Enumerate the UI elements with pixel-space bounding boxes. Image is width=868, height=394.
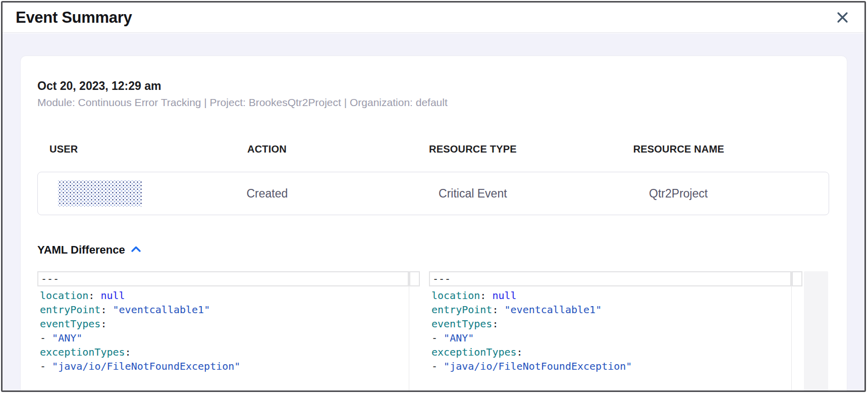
event-timestamp: Oct 20, 2023, 12:29 am: [37, 79, 829, 93]
table-header-row: USER ACTION RESOURCE TYPE RESOURCE NAME: [37, 143, 829, 155]
yaml-right-scrollbar[interactable]: [791, 271, 802, 392]
yaml-code-line: - "java/io/FileNotFoundException": [429, 359, 802, 373]
column-header-resource-type: RESOURCE TYPE: [362, 143, 583, 155]
yaml-left-scrollbar[interactable]: [409, 271, 420, 392]
yaml-code-line: exceptionTypes:: [429, 345, 802, 359]
close-button[interactable]: [834, 9, 851, 26]
column-header-resource-name: RESOURCE NAME: [584, 143, 774, 155]
resource-type-cell: Critical Event: [362, 187, 583, 201]
diff-vertical-scrollbar[interactable]: [804, 271, 828, 392]
modal-header: Event Summary: [3, 3, 864, 33]
resource-name-cell: Qtr2Project: [583, 187, 773, 201]
modal-body: Oct 20, 2023, 12:29 am Module: Continuou…: [3, 33, 864, 390]
event-summary-card: Oct 20, 2023, 12:29 am Module: Continuou…: [21, 56, 847, 392]
table-row: Created Critical Event Qtr2Project: [37, 172, 829, 215]
yaml-code-line: - "java/io/FileNotFoundException": [37, 359, 420, 373]
yaml-right-code: location: nullentryPoint: "eventcallable…: [429, 286, 802, 373]
event-meta: Module: Continuous Error Tracking | Proj…: [37, 96, 829, 109]
modal-window: Event Summary Oct 20, 2023, 12:29 am Mod…: [1, 1, 866, 392]
column-header-action: ACTION: [172, 143, 362, 155]
yaml-code-line: location: null: [429, 288, 802, 303]
yaml-code-line: location: null: [37, 288, 420, 303]
yaml-left-scrollbar-thumb[interactable]: [409, 271, 420, 286]
yaml-code-line: exceptionTypes:: [37, 345, 420, 359]
yaml-code-line: eventTypes:: [37, 317, 420, 331]
yaml-diff-viewer: --- location: nullentryPoint: "eventcall…: [37, 271, 829, 392]
yaml-difference-toggle[interactable]: YAML Difference: [37, 243, 141, 257]
action-cell: Created: [172, 187, 362, 201]
yaml-pane-left[interactable]: --- location: nullentryPoint: "eventcall…: [37, 271, 420, 392]
yaml-pane-right[interactable]: --- location: nullentryPoint: "eventcall…: [429, 271, 802, 392]
yaml-left-code: location: nullentryPoint: "eventcallable…: [37, 286, 420, 373]
yaml-code-line: eventTypes:: [429, 317, 802, 331]
yaml-right-first-line: ---: [429, 271, 791, 286]
chevron-up-icon: [131, 245, 141, 255]
yaml-right-scrollbar-thumb[interactable]: [792, 271, 802, 286]
column-header-user: USER: [37, 143, 172, 155]
user-redacted-pattern: [58, 180, 142, 207]
yaml-code-line: - "ANY": [429, 331, 802, 345]
yaml-code-line: entryPoint: "eventcallable1": [37, 303, 420, 317]
yaml-code-line: - "ANY": [37, 331, 420, 345]
yaml-code-line: entryPoint: "eventcallable1": [429, 303, 802, 317]
user-cell: [38, 180, 172, 207]
yaml-difference-label: YAML Difference: [37, 243, 125, 257]
close-icon: [836, 18, 849, 26]
yaml-left-first-line: ---: [37, 271, 409, 286]
modal-title: Event Summary: [16, 9, 132, 27]
